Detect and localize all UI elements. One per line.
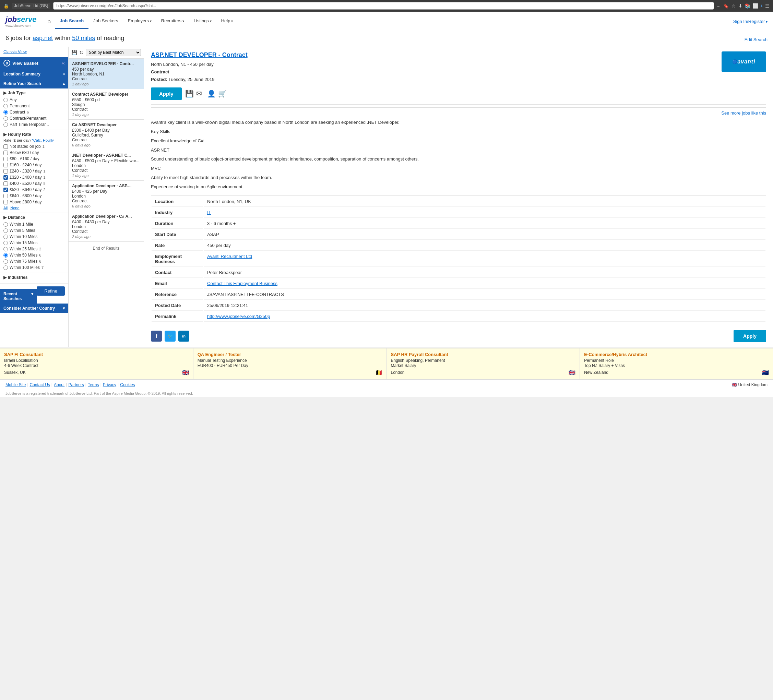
refine-button[interactable]: Refine (37, 287, 65, 296)
dist-1mile-radio[interactable] (3, 222, 8, 227)
logo[interactable]: jobserve www.jobserve.com (5, 12, 37, 31)
basket-add-icon[interactable]: 🛒 (218, 89, 227, 99)
job-type-contract-permanent[interactable]: Contract/Permanent (3, 115, 65, 122)
nav-job-seekers[interactable]: Job Seekers (89, 13, 123, 29)
footer-about[interactable]: About (54, 382, 64, 387)
window-icon[interactable]: ⬜ (752, 3, 758, 8)
search-keyword-link[interactable]: asp.net (33, 35, 53, 41)
footer-contact-us[interactable]: Contact Us (30, 382, 50, 387)
refer-friend-icon[interactable]: 👤 (207, 89, 216, 99)
browser-more-icon[interactable]: ··· (717, 3, 720, 8)
contact-email-link[interactable]: Contact This Employment Business (207, 281, 278, 286)
rate-320-400-check[interactable] (3, 175, 8, 180)
calc-hourly-link[interactable]: *Calc. Hourly (32, 138, 54, 142)
bottom-job-2[interactable]: QA Engineer / Tester Manual Testing Expe… (193, 348, 387, 379)
browser-star-icon[interactable]: ☆ (732, 3, 736, 8)
job-type-permanent[interactable]: Permanent (3, 103, 65, 109)
bottom-job-3-title[interactable]: SAP HR Payroll Consultant (391, 352, 576, 357)
dist-15miles[interactable]: Within 15 Miles (3, 240, 65, 246)
job-type-any[interactable]: Any (3, 97, 65, 103)
rate-above-800-check[interactable] (3, 200, 8, 204)
job-card-5[interactable]: Application Developer - ASP.... £400 - 4… (69, 181, 144, 211)
classic-view-link[interactable]: Classic View (0, 47, 68, 57)
job-card-6[interactable]: Application Developer - C# A... £400 - £… (69, 211, 144, 242)
nav-recruiters[interactable]: Recruiters (156, 13, 189, 29)
view-basket-bar[interactable]: 0 View Basket « (0, 57, 68, 69)
rate-below-80-check[interactable] (3, 151, 8, 155)
rate-240-320[interactable]: £240 - £320 / day 1 (3, 168, 65, 174)
addon-icon[interactable]: + (760, 3, 763, 8)
rate-80-160-check[interactable] (3, 157, 8, 161)
facebook-share-button[interactable]: f (151, 331, 162, 342)
edit-search-link[interactable]: Edit Search (745, 37, 768, 42)
linkedin-share-button[interactable]: in (178, 331, 189, 342)
footer-mobile-site[interactable]: Mobile Site (5, 382, 26, 387)
bottom-job-1[interactable]: SAP FI Consultant Israeli Localisation 4… (0, 348, 193, 379)
dist-100miles[interactable]: Within 100 Miles 7 (3, 264, 65, 270)
rate-320-400[interactable]: £320 - £400 / day 1 (3, 174, 65, 180)
dist-100miles-radio[interactable] (3, 265, 8, 270)
dist-1mile[interactable]: Within 1 Mile (3, 221, 65, 227)
dist-75miles-radio[interactable] (3, 259, 8, 264)
job-type-contract-radio[interactable] (3, 110, 8, 115)
email-icon[interactable]: ✉ (196, 89, 205, 99)
job-card-1[interactable]: ASP.NET DEVELOPER - Contr... 450 per day… (69, 59, 144, 89)
job-detail-title[interactable]: ASP.NET DEVELOPER - Contract (151, 51, 722, 59)
employment-business-link[interactable]: Avanti Recruitment Ltd (207, 254, 252, 259)
job-card-3[interactable]: C# ASP.NET Developer £300 - £400 per Day… (69, 120, 144, 150)
job-type-permanent-radio[interactable] (3, 104, 8, 109)
bottom-job-3[interactable]: SAP HR Payroll Consultant English Speaki… (387, 348, 580, 379)
location-summary-header[interactable]: Location Summary ▾ (0, 69, 68, 79)
bottom-job-2-title[interactable]: QA Engineer / Tester (197, 352, 382, 357)
rate-160-240[interactable]: £160 - £240 / day (3, 162, 65, 168)
permalink-link[interactable]: http://www.jobserve.com/G250p (207, 314, 270, 319)
see-more-jobs-link[interactable]: See more jobs like this (151, 107, 766, 115)
bottom-job-4-title[interactable]: E-Commerce/Hybris Architect (584, 352, 769, 357)
rate-not-stated[interactable]: Not stated on job 1 (3, 143, 65, 150)
recent-searches-header[interactable]: Recent Searches ▾ (0, 289, 37, 303)
dist-50miles-radio[interactable] (3, 253, 8, 258)
save-job-icon[interactable]: 💾 (185, 89, 194, 99)
rate-400-520[interactable]: £400 - £520 / day 5 (3, 180, 65, 186)
nav-home-button[interactable]: ⌂ (44, 13, 55, 29)
dist-10miles[interactable]: Within 10 Miles (3, 234, 65, 240)
dist-25miles-radio[interactable] (3, 247, 8, 251)
footer-partners[interactable]: Partners (68, 382, 84, 387)
job-card-2[interactable]: Contract ASP.NET Developer £550 - £600 p… (69, 89, 144, 120)
sign-in-button[interactable]: Sign In/Register (733, 19, 768, 24)
download-icon[interactable]: ⬇ (738, 3, 742, 8)
dist-5miles-radio[interactable] (3, 229, 8, 233)
rate-not-stated-check[interactable] (3, 144, 8, 149)
industry-link[interactable]: IT (207, 210, 211, 215)
nav-listings[interactable]: Listings (189, 13, 216, 29)
rate-160-240-check[interactable] (3, 163, 8, 167)
rate-240-320-check[interactable] (3, 169, 8, 173)
job-type-part-time[interactable]: Part Time/Temporar... (3, 122, 65, 128)
job-type-contract[interactable]: Contract 6 (3, 109, 65, 115)
job-type-any-radio[interactable] (3, 98, 8, 102)
rate-below-80[interactable]: Below £80 / day (3, 150, 65, 156)
bottom-job-4[interactable]: E-Commerce/Hybris Architect Permanent Ro… (580, 348, 773, 379)
rate-640-800-check[interactable] (3, 194, 8, 198)
search-radius-link[interactable]: 50 miles (72, 35, 95, 41)
footer-cookies[interactable]: Cookies (120, 382, 135, 387)
bottom-job-1-title[interactable]: SAP FI Consultant (4, 352, 189, 357)
dist-10miles-radio[interactable] (3, 235, 8, 239)
job-type-part-time-radio[interactable] (3, 122, 8, 127)
address-bar[interactable] (53, 2, 714, 10)
nav-help[interactable]: Help (216, 13, 238, 29)
sort-select[interactable]: Sort by Best Match Sort by Date Sort by … (86, 49, 141, 56)
rate-80-160[interactable]: £80 - £160 / day (3, 156, 65, 162)
footer-privacy[interactable]: Privacy (103, 382, 116, 387)
dist-15miles-radio[interactable] (3, 241, 8, 245)
none-link[interactable]: None (10, 206, 19, 210)
apply-button-bottom[interactable]: Apply (734, 330, 766, 342)
bookmarks-icon[interactable]: 📚 (745, 3, 750, 8)
save-search-icon[interactable]: 💾 (71, 50, 77, 55)
dist-75miles[interactable]: Within 75 Miles 6 (3, 258, 65, 264)
refine-search-header[interactable]: Refine Your Search ▴ (0, 79, 68, 89)
dist-25miles[interactable]: Within 25 Miles 2 (3, 246, 65, 252)
rate-400-520-check[interactable] (3, 181, 8, 186)
rate-520-640[interactable]: £520 - £640 / day 2 (3, 186, 65, 193)
menu-icon[interactable]: ☰ (765, 3, 770, 8)
